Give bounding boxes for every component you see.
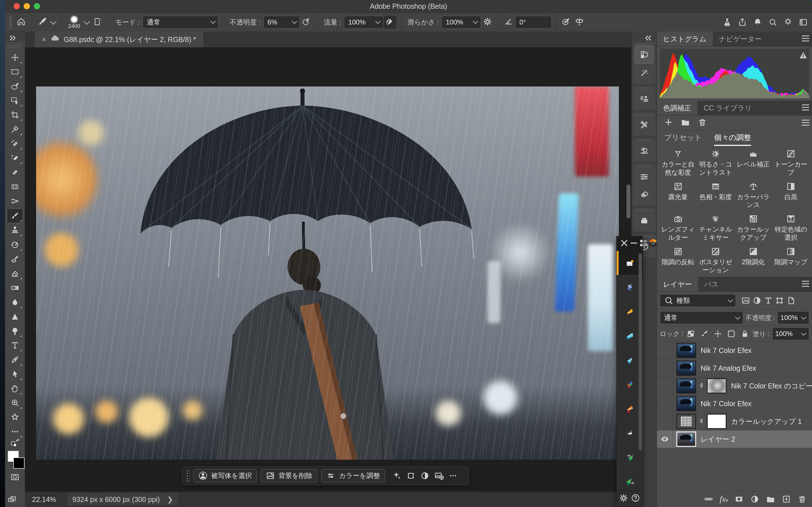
properties-panel-button[interactable] [635,168,653,185]
warning-icon[interactable] [799,50,808,61]
subtab-single-adjustments[interactable]: 個々の調整 [714,133,751,146]
tools-panel-button[interactable] [635,116,653,133]
chain-icon[interactable] [704,494,713,504]
layer-mask-thumbnail[interactable] [707,414,726,429]
layer-visibility-toggle[interactable] [657,359,673,377]
chevron-right-icon[interactable]: ❯ [167,496,173,504]
warp-button[interactable] [405,470,417,482]
panel-list-icon[interactable] [639,238,648,249]
chevron-down-icon[interactable] [84,18,90,24]
document-info[interactable]: 9324 px x 6000 px (300 ppi) ❯ [67,493,178,506]
adjustment-0[interactable]: カラーと自然な彩度 [659,149,697,177]
layer-row[interactable]: レイヤー 2 [657,431,812,448]
adjustment-8[interactable]: レンズフィルター [659,214,697,242]
adjustment-15[interactable]: 階調マップ [772,247,810,274]
adjustment-4[interactable]: 露光量 [659,182,697,209]
lock-move-icon[interactable] [713,329,723,339]
pressure-opacity-toggle[interactable] [300,16,313,29]
tool-selection-brush[interactable] [7,79,23,93]
nik-green-out-button[interactable] [617,469,643,490]
color-swatches[interactable] [7,450,23,470]
photo-document[interactable] [36,87,619,460]
tool-spot-heal[interactable] [7,136,23,151]
canvas-area[interactable]: 被写体を選択背景を削除カラーを調整 22.14% 9324 px x 6000 … [25,47,631,507]
airbrush-toggle[interactable] [384,16,396,29]
dock-grip[interactable] [637,87,652,90]
layer-thumbnail[interactable] [676,432,696,447]
tool-preset-button[interactable] [36,16,49,29]
zoom-level-field[interactable]: 22.14% [32,496,56,504]
smoothing-select[interactable]: 100% [442,16,481,29]
plugins-panel-button[interactable] [635,212,653,229]
ellipsis-button[interactable] [447,470,459,482]
layer-name[interactable]: Nik 7 Color Efex [701,346,752,355]
dock-grip[interactable] [637,138,652,142]
tool-crop[interactable] [7,108,23,122]
clone-source-panel-button[interactable] [635,90,653,108]
group-button[interactable] [680,117,690,128]
panel-menu-icon[interactable] [802,281,809,287]
brush-preset-picker[interactable]: 2400 [66,15,82,29]
layer-row[interactable]: カラールックアップ 1 [657,413,812,431]
layer-row[interactable]: Nik 7 Analog Efex [657,359,812,377]
tool-gradient[interactable] [7,281,23,295]
layer-visibility-toggle[interactable] [657,342,673,359]
filter-image-icon[interactable] [741,296,751,305]
tool-hand[interactable] [7,381,23,395]
mask-icon[interactable] [734,494,744,504]
tool-eraser[interactable] [7,267,23,281]
layer-thumbnail[interactable] [676,378,696,393]
panel-menu-icon[interactable] [802,105,809,111]
type-filter-icon[interactable] [763,296,773,305]
dock-grip[interactable] [637,113,652,115]
quick-mask-button[interactable] [7,471,23,485]
tool-star-shape[interactable] [7,410,23,424]
layer-name[interactable]: レイヤー 2 [701,435,735,444]
layer-row[interactable]: Nik 7 Color Efex [657,395,812,413]
screen-mode-button[interactable] [7,495,17,505]
layer-visibility-toggle[interactable] [657,431,673,448]
task-bar-grip[interactable] [186,469,190,482]
mask-link-icon[interactable] [698,381,705,391]
pressure-size-toggle[interactable] [560,16,573,29]
minimize-icon[interactable] [629,238,639,249]
layer-visibility-toggle[interactable] [657,377,673,395]
tool-history-brush[interactable] [7,238,23,252]
layer-row[interactable]: Nik 7 Color Efex [657,342,812,359]
workspace-button[interactable] [797,16,810,29]
tool-eyedropper[interactable] [7,122,23,136]
adjustment-6[interactable]: カラーバランス [734,182,772,209]
default-colors-button[interactable] [7,439,23,448]
share-button[interactable] [736,16,749,29]
layer-visibility-toggle[interactable] [657,413,673,430]
delete-button[interactable] [698,117,707,128]
subtab-presets[interactable]: プリセット [664,133,702,146]
channels-panel-button[interactable] [635,186,653,203]
flow-select[interactable]: 100% [344,16,384,29]
mask-link-icon[interactable] [698,416,705,427]
trash-icon[interactable] [797,494,807,504]
tool-swap-arrows[interactable] [7,194,23,208]
tool-marquee[interactable] [7,65,23,79]
smoothing-options-button[interactable] [481,16,494,29]
lock-icon[interactable] [740,329,750,339]
flask-button[interactable] [721,16,733,29]
layer-filter-select[interactable]: 種類 [660,294,736,307]
adjustment-13[interactable]: ポスタリゼーション [697,247,735,274]
tool-move[interactable] [7,50,23,64]
options-grip[interactable] [9,16,12,29]
dock-grip[interactable] [637,209,652,211]
symmetry-button[interactable] [573,16,586,29]
layer-blend-mode-select[interactable]: 通常 [660,311,743,324]
close-icon[interactable] [619,238,629,249]
add-adjustment-button[interactable] [664,117,673,128]
layer-visibility-toggle[interactable] [657,395,673,412]
layer-opacity-select[interactable]: 100% [777,311,809,324]
image-plus-button[interactable] [433,470,445,482]
adjustment-9[interactable]: チャンネルミキサー [697,214,735,242]
tool-brush[interactable] [7,209,23,223]
tab-histogram[interactable]: ヒストグラム [657,32,713,46]
adjustment-5[interactable]: 色相・彩度 [697,182,735,209]
shape-filter-icon[interactable] [775,296,784,305]
plugin-scrollbar[interactable] [639,253,642,450]
